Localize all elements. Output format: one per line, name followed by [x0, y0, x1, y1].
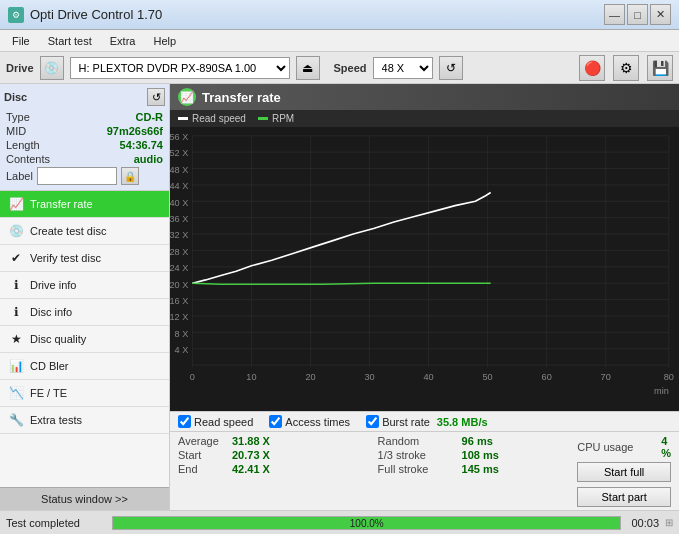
menu-extra[interactable]: Extra	[102, 33, 144, 49]
start-full-button[interactable]: Start full	[577, 462, 671, 482]
resize-icon: ⊞	[665, 517, 673, 528]
nav-extra-tests[interactable]: 🔧 Extra tests	[0, 407, 169, 434]
menu-file[interactable]: File	[4, 33, 38, 49]
status-time: 00:03	[631, 517, 659, 529]
read-speed-check-label: Read speed	[194, 416, 253, 428]
svg-text:20 X: 20 X	[170, 278, 189, 289]
svg-text:44 X: 44 X	[170, 180, 189, 191]
nav-drive-info-label: Drive info	[30, 279, 76, 291]
stroke2-value: 145 ms	[462, 463, 499, 475]
random-value: 96 ms	[462, 435, 493, 447]
nav-cd-bler[interactable]: 📊 CD Bler	[0, 353, 169, 380]
svg-text:12 X: 12 X	[170, 311, 189, 322]
titlebar-buttons: — □ ✕	[604, 4, 671, 25]
disc-contents-row: Contents audio	[4, 152, 165, 166]
disc-type-value: CD-R	[136, 111, 164, 123]
save-icon[interactable]: 💾	[647, 55, 673, 81]
svg-text:28 X: 28 X	[170, 245, 189, 256]
stroke2-label: Full stroke	[378, 463, 458, 475]
random-row: Random 96 ms	[378, 435, 572, 447]
nav-transfer-rate[interactable]: 📈 Transfer rate	[0, 191, 169, 218]
drive-icon: 💿	[40, 56, 64, 80]
access-times-checkbox-label[interactable]: Access times	[269, 415, 350, 428]
nav-verify-test-disc[interactable]: ✔ Verify test disc	[0, 245, 169, 272]
stroke1-row: 1/3 stroke 108 ms	[378, 449, 572, 461]
start-value: 20.73 X	[232, 449, 270, 461]
disc-mid-value: 97m26s66f	[107, 125, 163, 137]
svg-text:56 X: 56 X	[170, 131, 189, 142]
drivebar: Drive 💿 H: PLEXTOR DVDR PX-890SA 1.00 ⏏ …	[0, 52, 679, 84]
cpu-label: CPU usage	[577, 441, 657, 453]
nav-drive-info[interactable]: ℹ Drive info	[0, 272, 169, 299]
stats-col1: Average 31.88 X Start 20.73 X End 42.41 …	[178, 435, 372, 507]
menu-start-test[interactable]: Start test	[40, 33, 100, 49]
disc-refresh-button[interactable]: ↺	[147, 88, 165, 106]
legend-read-speed: Read speed	[178, 113, 246, 124]
start-label: Start	[178, 449, 228, 461]
disc-length-value: 54:36.74	[120, 139, 163, 151]
disc-label-input[interactable]	[37, 167, 117, 185]
right-panel: 📈 Transfer rate Read speed RPM 56 X	[170, 84, 679, 510]
drive-select[interactable]: H: PLEXTOR DVDR PX-890SA 1.00	[70, 57, 290, 79]
chart-icon: 📈	[178, 88, 196, 106]
svg-text:8 X: 8 X	[175, 327, 189, 338]
status-text: Test completed	[6, 517, 106, 529]
disc-length-label: Length	[6, 139, 40, 151]
svg-text:48 X: 48 X	[170, 164, 189, 175]
minimize-button[interactable]: —	[604, 4, 625, 25]
nav-fe-te[interactable]: 📉 FE / TE	[0, 380, 169, 407]
svg-text:32 X: 32 X	[170, 229, 189, 240]
nav-create-test-disc[interactable]: 💿 Create test disc	[0, 218, 169, 245]
settings-icon[interactable]: ⚙	[613, 55, 639, 81]
read-speed-checkbox-label[interactable]: Read speed	[178, 415, 253, 428]
eject-button[interactable]: ⏏	[296, 56, 320, 80]
disc-length-row: Length 54:36.74	[4, 138, 165, 152]
nav-verify-disc-label: Verify test disc	[30, 252, 101, 264]
close-button[interactable]: ✕	[650, 4, 671, 25]
disc-section: Disc ↺ Type CD-R MID 97m26s66f Length 54…	[0, 84, 169, 191]
svg-text:0: 0	[190, 371, 195, 382]
burst-rate-check-label: Burst rate	[382, 416, 430, 428]
titlebar: ⚙ Opti Drive Control 1.70 — □ ✕	[0, 0, 679, 30]
svg-text:24 X: 24 X	[170, 262, 189, 273]
speed-select[interactable]: 48 X	[373, 57, 433, 79]
read-speed-checkbox[interactable]	[178, 415, 191, 428]
nav-disc-quality-label: Disc quality	[30, 333, 86, 345]
disc-info-icon: ℹ	[8, 304, 24, 320]
nav-menu: 📈 Transfer rate 💿 Create test disc ✔ Ver…	[0, 191, 169, 487]
chart-legend: Read speed RPM	[170, 110, 679, 127]
maximize-button[interactable]: □	[627, 4, 648, 25]
titlebar-left: ⚙ Opti Drive Control 1.70	[8, 7, 162, 23]
burst-rate-value: 35.8 MB/s	[437, 416, 488, 428]
stats-bar: Read speed Access times Burst rate 35.8 …	[170, 411, 679, 510]
disc-label-icon[interactable]: 🔒	[121, 167, 139, 185]
verify-disc-icon: ✔	[8, 250, 24, 266]
status-window-button[interactable]: Status window >>	[0, 487, 169, 510]
start-part-button[interactable]: Start part	[577, 487, 671, 507]
nav-fe-te-label: FE / TE	[30, 387, 67, 399]
read-speed-dot	[178, 117, 188, 120]
burst-rate-checkbox-label[interactable]: Burst rate 35.8 MB/s	[366, 415, 487, 428]
disc-header: Disc ↺	[4, 88, 165, 106]
stats-details: Average 31.88 X Start 20.73 X End 42.41 …	[170, 432, 679, 510]
svg-text:80: 80	[664, 371, 674, 382]
nav-disc-quality[interactable]: ★ Disc quality	[0, 326, 169, 353]
extra-tests-icon: 🔧	[8, 412, 24, 428]
stroke1-label: 1/3 stroke	[378, 449, 458, 461]
disc-label-label: Label	[6, 170, 33, 182]
disc-contents-label: Contents	[6, 153, 50, 165]
drive-label: Drive	[6, 62, 34, 74]
nav-disc-info[interactable]: ℹ Disc info	[0, 299, 169, 326]
menu-help[interactable]: Help	[145, 33, 184, 49]
disc-read-icon[interactable]: 🔴	[579, 55, 605, 81]
drive-info-icon: ℹ	[8, 277, 24, 293]
average-value: 31.88 X	[232, 435, 270, 447]
refresh-button[interactable]: ↺	[439, 56, 463, 80]
nav-disc-info-label: Disc info	[30, 306, 72, 318]
chart-area: 56 X 52 X 48 X 44 X 40 X 36 X 32 X 28 X …	[170, 127, 679, 411]
burst-rate-checkbox[interactable]	[366, 415, 379, 428]
disc-mid-row: MID 97m26s66f	[4, 124, 165, 138]
fe-te-icon: 📉	[8, 385, 24, 401]
access-times-checkbox[interactable]	[269, 415, 282, 428]
random-label: Random	[378, 435, 458, 447]
